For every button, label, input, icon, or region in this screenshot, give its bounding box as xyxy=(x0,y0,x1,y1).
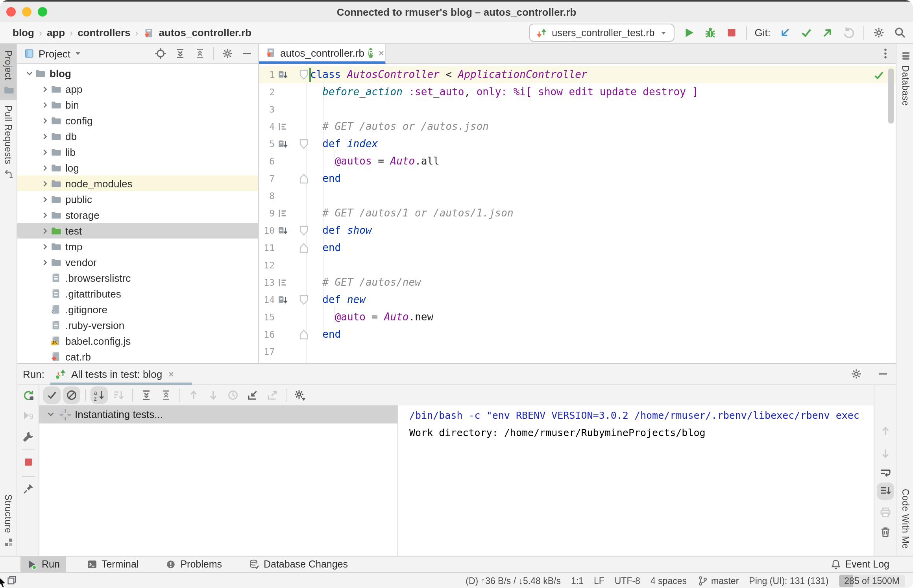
route-gutter-icon[interactable] xyxy=(277,208,288,219)
code-text[interactable]: before_action :set_auto, only: %i[ show … xyxy=(310,83,698,101)
line-number[interactable]: 6 xyxy=(261,153,275,170)
chevron-right-icon[interactable] xyxy=(39,178,50,189)
chevron-down-icon[interactable] xyxy=(24,68,35,78)
sort-alphabetically-icon[interactable]: az xyxy=(93,389,105,401)
editor-options-kebab-icon[interactable] xyxy=(879,47,892,60)
tree-item-cat-rb[interactable]: cat.rb xyxy=(17,349,258,362)
search-everywhere-icon[interactable] xyxy=(893,26,907,39)
tree-item--gitattributes[interactable]: .gitattributes xyxy=(17,286,258,301)
tree-item-log[interactable]: log xyxy=(17,160,258,176)
line-number[interactable]: 11 xyxy=(261,239,275,257)
code-text[interactable]: def index xyxy=(310,135,378,153)
scroll-to-end-icon[interactable] xyxy=(879,485,892,497)
breadcrumb-item[interactable]: blog xyxy=(13,27,34,39)
code-text[interactable]: end xyxy=(310,326,341,343)
export-test-results-icon[interactable] xyxy=(266,389,279,401)
code-text[interactable]: # GET /autos or /autos.json xyxy=(310,118,489,135)
code-text[interactable]: def show xyxy=(310,222,372,239)
tree-item-bin[interactable]: bin xyxy=(17,97,258,113)
show-ignored-icon[interactable] xyxy=(65,389,78,401)
gear-icon[interactable] xyxy=(850,368,863,380)
route-gutter-icon[interactable] xyxy=(277,277,288,288)
collapse-all-icon[interactable] xyxy=(194,47,206,60)
code-line-11[interactable]: 11 end xyxy=(259,239,896,257)
stop-icon[interactable] xyxy=(725,26,738,39)
tree-item--ruby-version[interactable]: .ruby-version xyxy=(17,317,258,333)
editor-scrollbar[interactable] xyxy=(888,68,894,124)
inspections-ok-icon[interactable] xyxy=(873,69,885,81)
line-number[interactable]: 10 xyxy=(261,222,275,239)
line-number[interactable]: 2 xyxy=(261,83,275,101)
chevron-right-icon[interactable] xyxy=(39,194,50,204)
code-text[interactable]: # GET /autos/new xyxy=(310,274,421,291)
sidebar-item-project[interactable]: Project xyxy=(0,44,17,100)
code-line-7[interactable]: 7 end xyxy=(259,170,896,187)
code-line-15[interactable]: 15 @auto = Auto.new xyxy=(259,309,896,326)
settings-gear-icon[interactable] xyxy=(872,26,885,39)
rails-action-gutter-icon[interactable] xyxy=(277,294,288,305)
status-widget[interactable]: 285 of 1500M xyxy=(839,574,905,587)
tree-item--browserslistrc[interactable]: .browserslistrc xyxy=(17,270,258,286)
soft-wrap-icon[interactable] xyxy=(879,467,892,479)
sidebar-item-pull-requests[interactable]: Pull Requests xyxy=(0,105,17,179)
locate-file-icon[interactable] xyxy=(154,47,167,60)
clear-console-icon[interactable] xyxy=(879,526,892,538)
import-test-results-icon[interactable] xyxy=(246,389,259,401)
tab-autos-controller[interactable]: autos_controller.rb R xyxy=(259,44,386,64)
test-history-icon[interactable] xyxy=(227,389,239,401)
tree-item-tmp[interactable]: tmp xyxy=(17,239,258,254)
status-widget[interactable]: LF xyxy=(594,576,604,585)
scroll-down-icon[interactable] xyxy=(879,447,892,460)
status-widget[interactable]: Ping (UI): 131 (131) xyxy=(749,576,828,585)
code-line-4[interactable]: 4 # GET /autos or /autos.json xyxy=(259,118,896,135)
rerun-failed-tests-icon[interactable]: 9 xyxy=(22,409,35,422)
chevron-right-icon[interactable] xyxy=(39,226,50,236)
test-options-gear-icon[interactable] xyxy=(294,389,306,401)
code-editor[interactable]: 1class AutosController < ApplicationCont… xyxy=(259,64,896,363)
sidebar-item-structure[interactable]: Structure xyxy=(0,494,17,548)
tool-window-tab-terminal[interactable]: Terminal xyxy=(80,557,145,572)
line-number[interactable]: 3 xyxy=(261,101,275,118)
test-tree-row[interactable]: Instantiating tests... xyxy=(39,405,397,423)
line-number[interactable]: 1 xyxy=(261,66,275,83)
tree-item-db[interactable]: db xyxy=(17,128,258,144)
git-push-icon[interactable] xyxy=(821,26,834,39)
line-number[interactable]: 5 xyxy=(261,135,275,153)
chevron-right-icon[interactable] xyxy=(39,131,50,141)
git-commit-icon[interactable] xyxy=(800,26,813,39)
chevron-down-icon[interactable] xyxy=(46,409,56,420)
chevron-right-icon[interactable] xyxy=(39,100,50,110)
rails-action-gutter-icon[interactable] xyxy=(277,69,288,80)
gear-icon[interactable] xyxy=(221,47,234,60)
hide-panel-icon[interactable] xyxy=(241,47,253,60)
line-number[interactable]: 7 xyxy=(261,170,275,187)
run-icon[interactable] xyxy=(682,26,696,39)
pin-tab-icon[interactable] xyxy=(22,483,35,495)
line-number[interactable]: 8 xyxy=(261,187,275,205)
line-number[interactable]: 14 xyxy=(261,291,275,309)
hide-panel-icon[interactable] xyxy=(877,368,889,380)
line-number[interactable]: 9 xyxy=(261,205,275,222)
project-view-select[interactable]: Project xyxy=(24,48,82,59)
restore-layout-icon[interactable] xyxy=(6,575,17,586)
fold-start-marker[interactable] xyxy=(299,294,309,305)
tree-item-storage[interactable]: storage xyxy=(17,207,258,223)
chevron-right-icon[interactable] xyxy=(39,241,50,251)
fold-start-marker[interactable] xyxy=(299,139,309,150)
print-icon[interactable] xyxy=(879,506,892,519)
code-text[interactable]: end xyxy=(310,170,341,187)
sidebar-item-code-with-me[interactable]: Code With Me xyxy=(897,489,913,549)
chevron-right-icon[interactable] xyxy=(39,163,50,173)
tree-item-blog[interactable]: blog xyxy=(17,65,258,81)
tree-item-app[interactable]: app xyxy=(17,81,258,97)
next-occurrence-icon[interactable] xyxy=(207,389,220,401)
tree-item-vendor[interactable]: vendor xyxy=(17,254,258,270)
status-widget[interactable]: 4 spaces xyxy=(651,576,687,585)
debug-icon[interactable] xyxy=(704,26,717,39)
route-gutter-icon[interactable] xyxy=(277,121,288,132)
scroll-up-icon[interactable] xyxy=(879,425,892,438)
chevron-right-icon[interactable] xyxy=(39,115,50,126)
fold-end-marker[interactable] xyxy=(299,173,309,184)
chevron-right-icon[interactable] xyxy=(39,257,50,267)
status-widget[interactable]: UTF-8 xyxy=(615,576,640,585)
